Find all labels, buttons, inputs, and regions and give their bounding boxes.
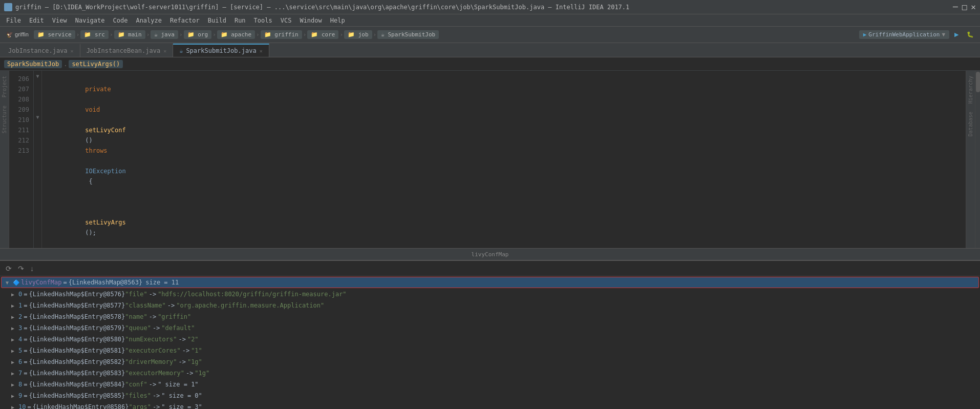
expand-8-icon[interactable]: ▶ xyxy=(11,382,18,387)
fold-210[interactable]: ▼ xyxy=(34,112,41,122)
bc-apache[interactable]: 📁 apache xyxy=(217,30,255,39)
menu-edit[interactable]: Edit xyxy=(25,16,48,25)
menu-navigate[interactable]: Navigate xyxy=(71,16,109,25)
debug-var-icon: 🔷 xyxy=(13,279,21,286)
menu-window[interactable]: Window xyxy=(295,16,326,25)
bc-java[interactable]: ☕ java xyxy=(151,30,178,39)
debug-entry-1[interactable]: ▶ 1 = {LinkedHashMap$Entry@8577} "classN… xyxy=(7,300,980,311)
code-line-207: setLivyArgs (); xyxy=(48,197,962,248)
fold-206[interactable]: ▼ xyxy=(34,71,41,81)
expand-6-icon[interactable]: ▶ xyxy=(11,359,18,365)
menu-analyze[interactable]: Analyze xyxy=(132,16,166,25)
tab-sparksubmitjob[interactable]: ☕ SparkSubmitJob.java ✕ xyxy=(173,44,269,57)
v-scrollbar[interactable] xyxy=(975,71,980,248)
run-config-icon: ▶ xyxy=(863,31,867,38)
tab-jobinstancebean-label: JobInstanceBean.java xyxy=(87,47,161,54)
debug-entry-4[interactable]: ▶ 4 = {LinkedHashMap$Entry@8580} "numExe… xyxy=(7,334,980,345)
debug-entry-8[interactable]: ▶ 8 = {LinkedHashMap$Entry@8584} "conf" … xyxy=(7,379,980,390)
debug-panel: ⟳ ↷ ↓ ▼ 🔷 livyConfMap = {LinkedHashMap@8… xyxy=(0,260,980,409)
tab-jobinstance-close[interactable]: ✕ xyxy=(71,48,74,54)
menu-file[interactable]: File xyxy=(2,16,25,25)
menu-build[interactable]: Build xyxy=(204,16,230,25)
fold-209 xyxy=(34,101,41,112)
database-panel-toggle[interactable]: Database xyxy=(968,110,973,138)
window-title: griffin – [D:\IDEA_WorkProject\wolf-serv… xyxy=(15,4,629,11)
debug-toolbar: ⟳ ↷ ↓ xyxy=(0,261,980,276)
debug-panel-divider[interactable]: livyConfMap xyxy=(0,248,980,260)
expand-3-icon[interactable]: ▶ xyxy=(11,325,18,331)
close-button[interactable]: ✕ xyxy=(971,2,976,12)
breadcrumb-method[interactable]: setLivyArgs() xyxy=(69,60,123,68)
run-button[interactable]: ▶ xyxy=(951,30,962,39)
debug-variables-list[interactable]: ▼ 🔷 livyConfMap = {LinkedHashMap@8563} s… xyxy=(0,276,980,409)
debug-panel-title: livyConfMap xyxy=(472,251,509,258)
expand-10-icon[interactable]: ▶ xyxy=(11,404,18,410)
debug-entry-3[interactable]: ▶ 3 = {LinkedHashMap$Entry@8579} "queue"… xyxy=(7,322,980,334)
debug-root-var[interactable]: ▼ 🔷 livyConfMap = {LinkedHashMap@8563} s… xyxy=(1,277,979,288)
debug-entry-6[interactable]: ▶ 6 = {LinkedHashMap$Entry@8582} "driver… xyxy=(7,356,980,367)
debug-entry-2[interactable]: ▶ 2 = {LinkedHashMap$Entry@8578} "name" … xyxy=(7,311,980,322)
tab-sparksubmitjob-icon: ☕ xyxy=(179,47,183,54)
menu-code[interactable]: Code xyxy=(109,16,132,25)
menu-refactor[interactable]: Refactor xyxy=(166,16,204,25)
hierarchy-panel-toggle[interactable]: Hierarchy xyxy=(968,74,973,106)
tab-bar: JobInstance.java ✕ JobInstanceBean.java … xyxy=(0,43,980,57)
line-num-207: 207 xyxy=(9,84,29,94)
debug-step-into-button[interactable]: ↓ xyxy=(29,264,35,273)
debug-entry-9[interactable]: ▶ 9 = {LinkedHashMap$Entry@8585} "files"… xyxy=(7,390,980,401)
run-config-selector[interactable]: ▶ GriffinWebApplication ▼ xyxy=(859,30,949,39)
menu-tools[interactable]: Tools xyxy=(250,16,276,25)
fold-208 xyxy=(34,91,41,101)
expand-root-icon[interactable]: ▼ xyxy=(6,280,13,285)
tab-sparksubmitjob-close[interactable]: ✕ xyxy=(260,48,263,54)
bc-service[interactable]: 📁 service xyxy=(34,30,75,39)
breadcrumb-path: 📁 service › 📁 src › 📁 main › ☕ java › 📁 … xyxy=(34,30,439,39)
structure-panel-toggle[interactable]: Structure xyxy=(2,104,7,135)
menu-run[interactable]: Run xyxy=(230,16,250,25)
line-numbers: 206 207 208 209 210 211 212 213 xyxy=(9,71,34,248)
expand-0-icon[interactable]: ▶ xyxy=(11,292,18,297)
debug-entry-10[interactable]: ▶ 10 = {LinkedHashMap$Entry@8586} "args"… xyxy=(7,401,980,409)
bc-job[interactable]: 📁 job xyxy=(344,30,372,39)
tab-sparksubmitjob-label: SparkSubmitJob.java xyxy=(186,47,256,54)
tab-jobinstancebean-close[interactable]: ✕ xyxy=(163,48,166,54)
expand-1-icon[interactable]: ▶ xyxy=(11,303,18,309)
breadcrumb-class[interactable]: SparkSubmitJob xyxy=(4,60,62,68)
debug-rerun-button[interactable]: ⟳ xyxy=(4,264,13,273)
debug-entry-5[interactable]: ▶ 5 = {LinkedHashMap$Entry@8581} "execut… xyxy=(7,345,980,356)
line-num-208: 208 xyxy=(9,94,29,105)
bc-sparksubmitjob[interactable]: ☕ SparkSubmitJob xyxy=(377,30,439,39)
debug-entry-7[interactable]: ▶ 7 = {LinkedHashMap$Entry@8583} "execut… xyxy=(7,367,980,379)
bc-griffin[interactable]: 📁 griffin xyxy=(261,30,302,39)
menu-help[interactable]: Help xyxy=(326,16,349,25)
bc-org[interactable]: 📁 org xyxy=(184,30,212,39)
project-panel-toggle[interactable]: Project xyxy=(2,74,7,99)
expand-9-icon[interactable]: ▶ xyxy=(11,393,18,399)
line-num-209: 209 xyxy=(9,105,29,115)
tab-jobinstance[interactable]: JobInstance.java ✕ xyxy=(2,44,80,57)
minimize-button[interactable]: ─ xyxy=(953,2,958,12)
tab-jobinstancebean[interactable]: JobInstanceBean.java ✕ xyxy=(80,44,174,57)
expand-5-icon[interactable]: ▶ xyxy=(11,348,18,354)
code-line-206: private void setLivyConf () throws IOExc… xyxy=(48,74,962,197)
editor-breadcrumb: SparkSubmitJob . setLivyArgs() xyxy=(0,57,980,71)
maximize-button[interactable]: □ xyxy=(962,2,967,12)
toolbar-griffin-icon[interactable]: 🦅 griffin xyxy=(3,30,32,39)
tab-jobinstance-label: JobInstance.java xyxy=(8,47,68,54)
bc-main[interactable]: 📁 main xyxy=(114,30,145,39)
debug-button[interactable]: 🐛 xyxy=(964,30,977,39)
debug-entry-0[interactable]: ▶ 0 = {LinkedHashMap$Entry@8576} "file" … xyxy=(7,289,980,300)
menu-view[interactable]: View xyxy=(48,16,71,25)
line-num-210: 210 xyxy=(9,115,29,125)
expand-2-icon[interactable]: ▶ xyxy=(11,314,18,320)
v-scrollbar-thumb[interactable] xyxy=(976,72,980,92)
bc-src[interactable]: 📁 src xyxy=(80,30,109,39)
expand-7-icon[interactable]: ▶ xyxy=(11,371,18,376)
expand-4-icon[interactable]: ▶ xyxy=(11,337,18,342)
debug-step-over-button[interactable]: ↷ xyxy=(16,264,26,273)
bc-core[interactable]: 📁 core xyxy=(307,30,338,39)
fold-211 xyxy=(34,122,41,132)
menu-vcs[interactable]: VCS xyxy=(276,16,296,25)
fold-213 xyxy=(34,142,41,153)
code-content[interactable]: private void setLivyConf () throws IOExc… xyxy=(42,71,966,248)
